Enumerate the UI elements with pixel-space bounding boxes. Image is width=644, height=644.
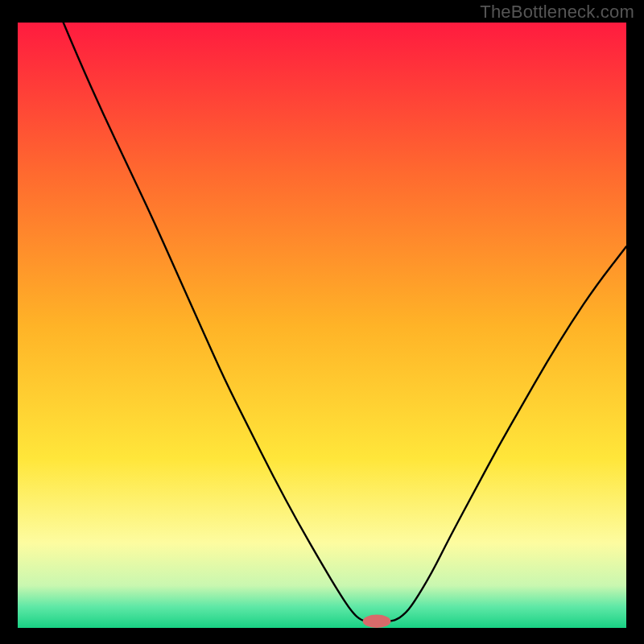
gradient-background bbox=[18, 23, 626, 628]
bottleneck-chart bbox=[18, 23, 626, 628]
watermark-text: TheBottleneck.com bbox=[480, 2, 634, 23]
minimum-marker bbox=[363, 614, 391, 628]
chart-frame: TheBottleneck.com bbox=[0, 0, 644, 644]
plot-area bbox=[18, 23, 626, 628]
